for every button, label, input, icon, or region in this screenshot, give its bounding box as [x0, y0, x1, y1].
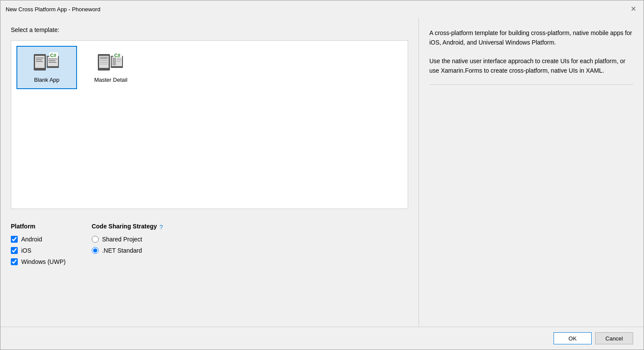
- svg-rect-24: [117, 59, 121, 60]
- right-panel: A cross-platform template for building c…: [419, 18, 644, 327]
- bottom-section: Platform Android iOS Windows (UWP): [11, 223, 408, 265]
- svg-rect-23: [117, 58, 121, 58]
- description-text: A cross-platform template for building c…: [429, 28, 633, 76]
- template-master-detail[interactable]: C# Master Detail: [80, 46, 141, 89]
- svg-rect-7: [36, 59, 42, 60]
- sharing-header: Code Sharing Strategy ?: [92, 223, 163, 231]
- main-dialog: New Cross Platform App - Phoneword ✕ Sel…: [0, 0, 644, 350]
- cancel-button[interactable]: Cancel: [595, 332, 633, 344]
- sharing-shared-project-label: Shared Project: [102, 236, 142, 243]
- description-paragraph-2: Use the native user interface approach t…: [429, 56, 633, 76]
- platform-android-label: Android: [21, 236, 42, 243]
- platform-android-row[interactable]: Android: [11, 236, 66, 243]
- description-paragraph-1: A cross-platform template for building c…: [429, 28, 633, 48]
- dialog-body: Select a template: C#: [0, 18, 644, 327]
- svg-rect-21: [100, 64, 108, 64]
- ok-button[interactable]: OK: [554, 332, 592, 344]
- svg-text:C#: C#: [50, 53, 56, 58]
- platform-uwp-label: Windows (UWP): [21, 258, 66, 265]
- template-blank-app[interactable]: C# Blank App: [16, 46, 77, 89]
- platform-uwp-checkbox[interactable]: [11, 258, 18, 265]
- svg-rect-25: [117, 61, 120, 62]
- template-section-label: Select a template:: [11, 26, 408, 33]
- sharing-help-link[interactable]: ?: [160, 224, 163, 231]
- title-bar: New Cross Platform App - Phoneword ✕: [0, 0, 644, 18]
- blank-app-icon: C#: [33, 52, 61, 73]
- master-detail-icon: C#: [97, 52, 125, 73]
- svg-rect-18: [100, 57, 108, 59]
- svg-rect-10: [48, 60, 55, 61]
- sharing-dotnet-standard-label: .NET Standard: [102, 247, 142, 254]
- svg-rect-11: [48, 62, 56, 63]
- svg-rect-22: [113, 58, 116, 65]
- svg-rect-8: [36, 61, 43, 62]
- sharing-section: Code Sharing Strategy ? Shared Project .…: [92, 223, 163, 265]
- dialog-title: New Cross Platform App - Phoneword: [6, 6, 100, 13]
- blank-app-label: Blank App: [34, 77, 60, 83]
- master-detail-label: Master Detail: [94, 77, 128, 83]
- platform-android-checkbox[interactable]: [11, 236, 18, 243]
- platform-title: Platform: [11, 223, 66, 230]
- close-button[interactable]: ✕: [628, 4, 638, 14]
- template-grid: C# Blank App: [11, 40, 408, 209]
- svg-text:C#: C#: [114, 53, 120, 58]
- platform-uwp-row[interactable]: Windows (UWP): [11, 258, 66, 265]
- sharing-shared-project-radio[interactable]: [92, 236, 99, 243]
- platform-section: Platform Android iOS Windows (UWP): [11, 223, 66, 265]
- svg-rect-19: [100, 60, 108, 61]
- left-panel: Select a template: C#: [0, 18, 419, 327]
- sharing-dotnet-standard-radio[interactable]: [92, 247, 99, 254]
- platform-ios-checkbox[interactable]: [11, 247, 18, 254]
- svg-rect-9: [48, 58, 57, 59]
- sharing-dotnet-standard-row[interactable]: .NET Standard: [92, 247, 163, 254]
- svg-rect-20: [100, 62, 108, 63]
- sharing-title: Code Sharing Strategy: [92, 223, 157, 230]
- sharing-shared-project-row[interactable]: Shared Project: [92, 236, 163, 243]
- platform-ios-label: iOS: [21, 247, 31, 254]
- svg-rect-6: [36, 58, 44, 58]
- right-divider: [429, 84, 633, 85]
- platform-ios-row[interactable]: iOS: [11, 247, 66, 254]
- dialog-footer: OK Cancel: [0, 327, 644, 350]
